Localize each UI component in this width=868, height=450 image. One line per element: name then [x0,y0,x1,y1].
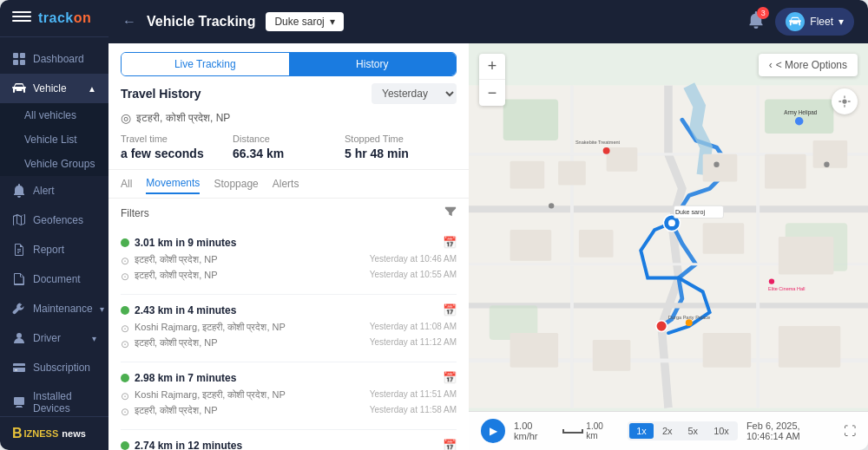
fleet-chevron-icon: ▾ [838,16,844,28]
svg-point-46 [842,99,846,103]
svg-point-45 [656,321,667,332]
location-from-icon: ⊙ [121,323,129,335]
bell-badge: 3 [757,7,769,19]
bizness-text: IZNESS [24,428,59,439]
back-button[interactable]: ← [122,14,136,29]
sidebar-item-label: Report [33,244,64,256]
menu-icon[interactable] [12,11,31,25]
filter-tab-stoppage[interactable]: Stoppage [214,178,258,193]
calendar-icon[interactable]: 📅 [443,303,457,316]
travel-history-header: Travel History Yesterday Today Last 7 da… [108,83,469,111]
movement-dot-icon [121,374,129,382]
fullscreen-button[interactable]: ⛶ [844,424,856,438]
svg-rect-3 [20,60,25,65]
sidebar-item-alert[interactable]: Alert [0,176,108,205]
sidebar-item-geofences[interactable]: Geofences [0,205,108,235]
locate-button[interactable] [832,88,858,114]
list-item: 2.98 km in 7 minutes 📅 ⊙ Koshi Rajmarg, … [121,362,457,430]
playback-bar: ▶ 1.00 km/hr 1.00 km 1x 2x 5x 10x Feb 6, [469,411,868,450]
sidebar-item-driver[interactable]: Driver ▾ [0,323,108,353]
svg-rect-27 [593,340,631,371]
svg-point-36 [603,147,610,154]
filter-icon[interactable] [444,205,457,220]
vehicle-select[interactable]: Duke saroj ▾ [266,12,343,31]
svg-point-41 [769,278,774,284]
chevron-down-icon: ▾ [100,304,104,314]
grid-icon [12,52,26,66]
sidebar-item-vehicle[interactable]: Vehicle ▲ [0,74,108,103]
sidebar-item-label: Geofences [33,214,83,226]
svg-text:Elite Cinema Hall: Elite Cinema Hall [768,286,806,291]
sidebar-item-label: Vehicle [33,82,67,95]
svg-point-34 [795,117,804,126]
svg-rect-2 [13,60,18,65]
zoom-in-button[interactable]: + [479,54,505,80]
chevron-left-icon: ‹ [769,59,773,71]
list-item: 3.01 km in 9 minutes 📅 ⊙ इटहरी, कोशी प्र… [121,227,457,295]
map-background: Duke saroj Army Helipad Snakebite Treatm… [469,43,868,450]
playback-date: Feb 6, 2025, 10:46:14 AM [746,421,835,441]
sidebar-item-dashboard[interactable]: Dashboard [0,44,108,74]
movement-distance: 3.01 km in 9 minutes [121,237,236,249]
location-from-icon: ⊙ [121,255,129,267]
list-item: 2.43 km in 4 minutes 📅 ⊙ Koshi Rajmarg, … [121,295,457,362]
sidebar-item-subscription[interactable]: Subscription [0,353,108,382]
map-container: Duke saroj Army Helipad Snakebite Treatm… [469,43,868,450]
filter-tab-movements[interactable]: Movements [146,177,200,194]
svg-rect-8 [14,397,24,405]
svg-point-40 [824,162,829,167]
body-split: Live Tracking History Travel History Yes… [108,43,868,450]
sidebar-item-installed-devices[interactable]: Installed Devices [0,382,108,416]
location-text: इटहरी, कोशी प्रदेश, NP [136,112,230,124]
stat-travel-time: Travel time a few seconds [121,134,233,160]
movement-dot-icon [121,441,129,450]
calendar-icon[interactable]: 📅 [443,439,457,450]
movement-distance: 2.74 km in 12 minutes [121,440,242,451]
stat-stopped-label: Stopped Time [345,134,457,144]
calendar-icon[interactable]: 📅 [443,371,457,384]
logo-text: trackon [38,10,91,26]
stat-stopped-value: 5 hr 48 min [345,147,457,160]
vehicle-name: Duke saroj [274,16,324,28]
speed-5x[interactable]: 5x [681,423,706,439]
travel-history-title: Travel History [121,87,201,101]
speed-options: 1x 2x 5x 10x [628,421,738,440]
subnav-vehicle-groups[interactable]: Vehicle Groups [0,152,108,176]
speed-10x[interactable]: 10x [707,423,736,439]
svg-rect-21 [813,140,848,168]
filter-tab-alerts[interactable]: Alerts [273,178,299,193]
document-icon [12,272,26,286]
svg-point-43 [686,319,693,326]
svg-text:Duke saroj: Duke saroj [675,209,705,216]
calendar-icon[interactable]: 📅 [443,236,457,249]
more-options-button[interactable]: ‹ < More Options [759,54,858,76]
svg-rect-13 [765,99,833,134]
sidebar-item-report[interactable]: Report [0,235,108,264]
zoom-out-button[interactable]: − [479,80,505,106]
svg-point-31 [668,219,675,226]
main-content: ← Vehicle Tracking Duke saroj ▾ 3 Fleet … [108,0,868,450]
subnav-vehicle-list[interactable]: Vehicle List [0,127,108,152]
speed-2x[interactable]: 2x [655,423,680,439]
filter-tab-all[interactable]: All [121,178,132,193]
subnav-all-vehicles[interactable]: All vehicles [0,103,108,127]
date-select[interactable]: Yesterday Today Last 7 days [372,83,457,104]
movement-to: ⊙ इटहरी, कोशी प्रदेश, NP Yesterday at 10… [121,270,457,283]
svg-point-39 [713,162,719,167]
sidebar-logo[interactable]: trackon [0,0,108,37]
tab-live-tracking[interactable]: Live Tracking [122,53,289,75]
bizness-news-logo: BIZNESS news [12,426,96,441]
select-chevron-icon: ▾ [330,16,335,28]
sidebar-footer: BIZNESS news [0,416,108,450]
notification-bell[interactable]: 3 [747,11,765,33]
fleet-selector[interactable]: Fleet ▾ [775,8,854,36]
sidebar-item-maintenance[interactable]: Maintenance ▾ [0,294,108,323]
svg-rect-12 [503,99,558,140]
play-button[interactable]: ▶ [481,419,505,443]
tab-history[interactable]: History [289,53,457,75]
map-zoom-controls: + − [479,54,505,106]
sidebar-item-document[interactable]: Document [0,264,108,294]
movements-list: 3.01 km in 9 minutes 📅 ⊙ इटहरी, कोशी प्र… [108,227,469,450]
speed-1x[interactable]: 1x [629,423,654,439]
vehicle-subnav: All vehicles Vehicle List Vehicle Groups [0,103,108,176]
